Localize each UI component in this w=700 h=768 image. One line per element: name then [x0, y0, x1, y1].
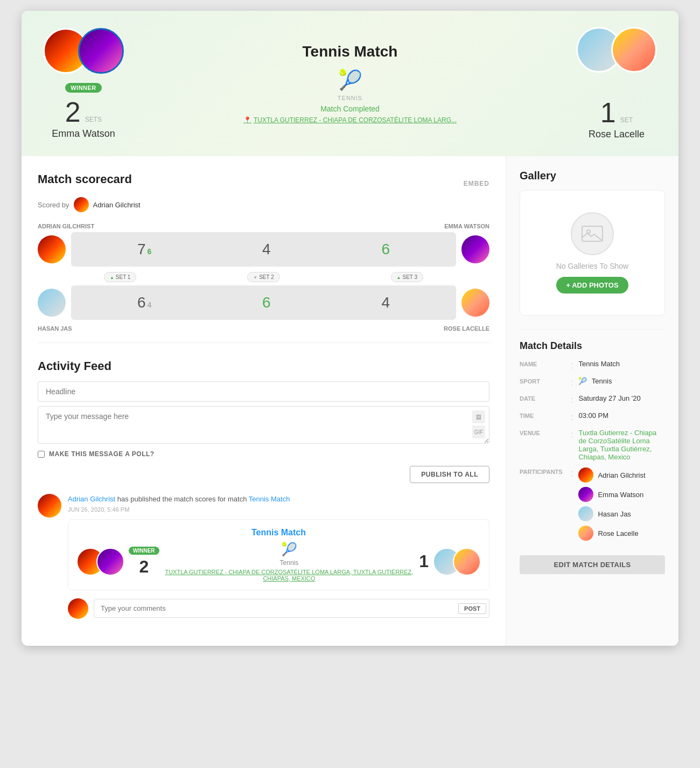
comment-user-avatar — [68, 598, 88, 619]
venue-link-header[interactable]: 📍 TUXTLA GUTIERREZ - CHIAPA DE CORZOSATÉ… — [243, 116, 457, 124]
avatar-adrian-score — [38, 235, 66, 263]
detail-value-time: 03:00 PM — [578, 411, 665, 420]
detail-value-date: Saturday 27 Jun '20 — [578, 394, 665, 402]
scorecard-labels-bottom: HASAN JAS ROSE LACELLE — [38, 325, 489, 332]
feed-post: Adrian Gilchrist has published the match… — [38, 494, 489, 619]
scorecard-row-1: 7 6 4 6 — [38, 232, 489, 267]
detail-row-participants: PARTICIPANTS : Adrian Gilchrist Emma Wat… — [520, 467, 665, 541]
feed-sport-label: Tennis — [280, 559, 299, 567]
add-photos-btn[interactable]: + ADD PHOTOS — [556, 277, 628, 294]
feed-team-avatars-right — [433, 548, 481, 576]
embed-btn[interactable]: EMBED — [464, 180, 489, 187]
gallery-empty-text: No Galleries To Show — [556, 262, 628, 270]
left-sets-label: SETS — [85, 116, 102, 123]
arrow-down-2 — [253, 274, 257, 280]
player-right-label: EMMA WATSON — [444, 223, 489, 229]
feed-score-right: 1 — [419, 551, 429, 571]
participant-avatar-2 — [578, 506, 593, 521]
divider-2 — [520, 329, 665, 330]
avatar-emma-header — [78, 28, 124, 74]
score-main-1-2: 4 — [262, 241, 271, 258]
message-textarea[interactable] — [38, 406, 489, 444]
feed-post-content: Adrian Gilchrist has published the match… — [68, 494, 489, 619]
feed-post-time: JUN 26, 2020, 5:46 PM — [68, 506, 489, 513]
participant-item-3: Rose Lacelle — [578, 526, 645, 541]
detail-value-venue[interactable]: Tuxtla Gutierrez - Chiapa de CorzoSatéli… — [578, 429, 665, 461]
scorecard-section: Match scorecard EMBED Scored by Adrian G… — [38, 172, 489, 332]
winner-badge: WINNER — [65, 83, 102, 93]
scored-by-row: Scored by Adrian Gilchrist — [38, 197, 489, 212]
edit-match-btn[interactable]: EDIT MATCH DETAILS — [520, 555, 665, 574]
activity-feed-section: Activity Feed 🖼 GIF MAKE THIS MESSAGE A … — [38, 359, 489, 619]
score-bar-2: 6 4 6 4 — [71, 285, 456, 320]
participant-avatar-3 — [578, 526, 593, 541]
detail-label-venue: VENUE — [520, 429, 565, 436]
image-icon[interactable]: 🖼 — [472, 410, 485, 423]
feed-avatar-rose — [453, 548, 481, 576]
score-bar-1: 7 6 4 6 — [71, 232, 456, 267]
detail-row-time: TIME : 03:00 PM — [520, 411, 665, 422]
participant-avatar-0 — [578, 467, 593, 483]
feed-venue-link[interactable]: TUXTLA GUTIERREZ - CHIAPA DE CORZOSATÉLI… — [165, 569, 414, 582]
participant-item-1: Emma Watson — [578, 487, 645, 502]
score-cell-2-1: 6 4 — [137, 294, 151, 311]
player-left-label: ADRIAN GILCHRIST — [38, 223, 94, 229]
detail-row-name: NAME : Tennis Match — [520, 360, 665, 371]
feed-match-card-title[interactable]: Tennis Match — [76, 528, 481, 537]
detail-label-sport: SPORT — [520, 377, 565, 385]
set-label-2: SET 2 — [259, 274, 274, 280]
set-header-3: SET 3 — [391, 272, 424, 282]
publish-btn[interactable]: PUBLISH TO ALL — [410, 466, 489, 483]
divider-1 — [38, 343, 489, 343]
score-cell-1-3: 6 — [381, 241, 390, 258]
publish-btn-row: PUBLISH TO ALL — [38, 466, 489, 483]
gallery-placeholder-icon — [582, 226, 603, 242]
comment-input-row: POST — [68, 598, 489, 619]
score-main-2-3: 4 — [381, 294, 390, 311]
score-main-1-1: 7 — [137, 241, 146, 258]
gif-icon[interactable]: GIF — [472, 425, 485, 438]
set-headers: SET 1 SET 2 SET 3 — [38, 272, 489, 282]
detail-row-sport: SPORT : 🎾 Tennis — [520, 377, 665, 388]
left-panel: Match scorecard EMBED Scored by Adrian G… — [22, 156, 506, 646]
scorer-name: Adrian Gilchrist — [93, 201, 141, 209]
score-cell-2-2: 6 — [262, 294, 271, 311]
match-header: WINNER 2 SETS Emma Watson Tennis Match 🎾… — [22, 11, 678, 156]
poll-checkbox[interactable] — [38, 451, 45, 458]
participant-name-2: Hasan Jas — [598, 510, 631, 518]
detail-label-name: NAME — [520, 360, 565, 367]
avatar-emma-score — [461, 235, 489, 263]
right-sets: 1 — [600, 96, 616, 129]
feed-match-link[interactable]: Tennis Match — [249, 495, 290, 503]
location-icon: 📍 — [243, 116, 251, 124]
sport-ball-icon: 🎾 — [578, 377, 587, 385]
sport-label: TENNIS — [338, 95, 362, 101]
feed-post-avatar — [38, 494, 61, 518]
scored-by-label: Scored by — [38, 201, 69, 209]
participant-name-3: Rose Lacelle — [598, 529, 638, 537]
feed-author-link[interactable]: Adrian Gilchrist — [68, 495, 115, 503]
detail-row-date: DATE : Saturday 27 Jun '20 — [520, 394, 665, 405]
headline-input[interactable] — [38, 381, 489, 402]
comment-input-wrapper: POST — [94, 599, 489, 618]
comment-input[interactable] — [94, 599, 489, 618]
participant-name-0: Adrian Gilchrist — [598, 471, 645, 479]
score-main-1-3: 6 — [381, 241, 390, 258]
feed-sport-icon: 🎾 — [281, 542, 297, 557]
post-btn[interactable]: POST — [458, 603, 486, 614]
score-sup-1-1: 6 — [147, 247, 151, 256]
feed-avatar-emma — [96, 548, 124, 576]
scorecard-labels-top: ADRIAN GILCHRIST EMMA WATSON — [38, 223, 489, 229]
right-team-name: Rose Lacelle — [589, 129, 645, 140]
player-bottom-right-label: ROSE LACELLE — [444, 325, 489, 332]
feed-match-card-details: WINNER 2 🎾 Tennis TUXTLA GUTIERREZ - CHI… — [76, 542, 481, 582]
right-team: 1 SET Rose Lacelle — [576, 27, 657, 140]
set-header-2: SET 2 — [247, 272, 280, 282]
score-sup-2-1: 4 — [147, 301, 151, 309]
left-team: WINNER 2 SETS Emma Watson — [43, 28, 124, 139]
feed-score-left: 2 — [139, 557, 149, 577]
avatar-rose-score — [461, 289, 489, 317]
match-details-section: Match Details NAME : Tennis Match SPORT … — [520, 340, 665, 574]
scorecard-title: Match scorecard — [38, 172, 132, 186]
feed-winner-area: WINNER 2 — [129, 547, 159, 577]
